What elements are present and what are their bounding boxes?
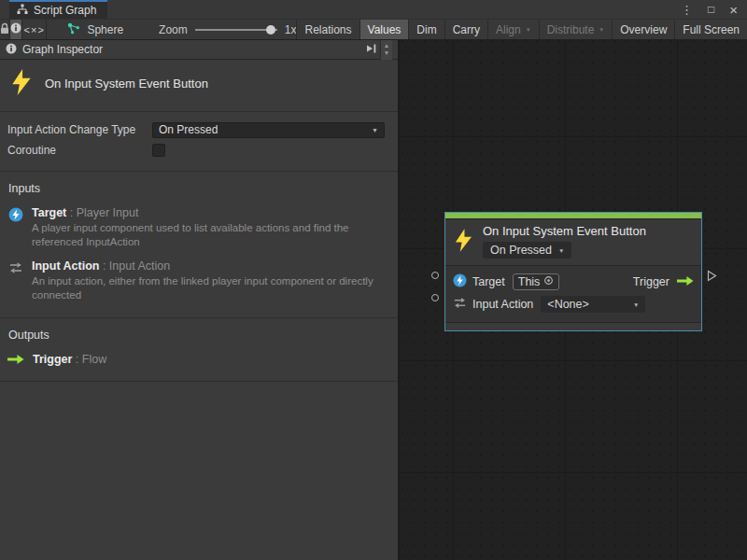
change-type-dropdown[interactable]: On Pressed ▼ bbox=[152, 122, 385, 138]
field-row: Coroutine bbox=[7, 141, 390, 160]
inspector-toggle-button[interactable] bbox=[10, 20, 22, 39]
field-label: Coroutine bbox=[7, 144, 152, 157]
target-port-label: Target bbox=[472, 275, 505, 288]
align-button[interactable]: Align ▼ bbox=[487, 20, 539, 39]
chevron-down-icon: ▼ bbox=[599, 27, 604, 33]
input-action-icon bbox=[7, 259, 23, 275]
graph-breadcrumb[interactable]: Sphere bbox=[47, 20, 133, 39]
port-name: Target bbox=[32, 206, 66, 219]
inputs-section: Inputs Target : Player Input A player in… bbox=[0, 172, 398, 318]
lock-button[interactable] bbox=[0, 20, 10, 39]
field-row: Input Action Change Type On Pressed ▼ bbox=[7, 120, 390, 139]
port-row-target: Target : Player Input A player input com… bbox=[7, 206, 390, 248]
zoom-slider-track[interactable] bbox=[195, 29, 277, 31]
flow-arrow-icon bbox=[677, 275, 694, 289]
window-menu-icon[interactable]: ⋮ bbox=[681, 4, 693, 16]
node-header[interactable]: On Input System Event Button On Pressed … bbox=[445, 219, 701, 265]
toolbar: <×> Sphere Zoom 1x Relations Val bbox=[0, 19, 747, 40]
event-node[interactable]: On Input System Event Button On Pressed … bbox=[444, 212, 702, 331]
inspector-header: Graph Inspector ▲ ▼ bbox=[0, 40, 398, 60]
graph-hierarchy-icon bbox=[17, 4, 28, 18]
info-icon bbox=[10, 22, 21, 36]
coroutine-checkbox[interactable] bbox=[152, 144, 165, 157]
node-footer bbox=[445, 322, 701, 330]
variables-button[interactable]: <×> bbox=[22, 20, 47, 39]
player-input-icon bbox=[453, 273, 467, 290]
node-row-input-action: Input Action <None> ▼ bbox=[453, 293, 694, 315]
fullscreen-button[interactable]: Full Screen bbox=[674, 20, 747, 39]
flow-arrow-icon bbox=[7, 353, 24, 365]
relations-button[interactable]: Relations bbox=[296, 20, 359, 39]
window-controls: ⋮ □ × bbox=[681, 0, 747, 19]
dock-panel-icon[interactable] bbox=[365, 43, 377, 57]
titlebar: Script Graph ⋮ □ × bbox=[0, 0, 747, 19]
node-title: On Input System Event Button bbox=[483, 224, 646, 238]
node-row-target: Target This Trigger bbox=[453, 271, 694, 293]
port-name: Trigger bbox=[33, 353, 72, 366]
lock-icon bbox=[0, 22, 9, 37]
outputs-header: Outputs bbox=[8, 329, 390, 342]
distribute-button[interactable]: Distribute ▼ bbox=[539, 20, 613, 39]
input-action-port-label: Input Action bbox=[472, 298, 533, 311]
chevron-down-icon: ▼ bbox=[633, 301, 639, 308]
trigger-output-port[interactable] bbox=[707, 270, 717, 285]
inspected-node-header: On Input System Event Button bbox=[0, 60, 398, 112]
dim-button[interactable]: Dim bbox=[408, 20, 444, 39]
chevron-down-icon: ▼ bbox=[372, 127, 378, 133]
zoom-label: Zoom bbox=[159, 23, 188, 36]
node-color-bar bbox=[445, 213, 701, 219]
target-value-field[interactable]: This bbox=[513, 273, 560, 290]
chevron-down-icon: ▼ bbox=[558, 247, 564, 254]
node-body: Target This Trigger bbox=[445, 265, 701, 322]
input-action-dropdown[interactable]: <None> ▼ bbox=[541, 296, 645, 313]
port-type: Input Action bbox=[109, 259, 170, 273]
graph-inspector-panel: Graph Inspector ▲ ▼ bbox=[0, 40, 400, 560]
zoom-slider[interactable] bbox=[195, 25, 277, 35]
carry-button[interactable]: Carry bbox=[444, 20, 487, 39]
scroll-up-icon[interactable]: ▲ bbox=[384, 42, 389, 49]
scroll-down-icon[interactable]: ▼ bbox=[384, 49, 389, 57]
event-mode-dropdown[interactable]: On Pressed ▼ bbox=[483, 242, 571, 259]
values-button[interactable]: Values bbox=[359, 20, 409, 39]
target-input-port[interactable] bbox=[431, 272, 439, 279]
zoom-value: 1x bbox=[285, 23, 297, 36]
object-picker-icon[interactable] bbox=[543, 275, 554, 288]
script-graph-window: Script Graph ⋮ □ × bbox=[0, 0, 747, 560]
field-label: Input Action Change Type bbox=[7, 123, 152, 136]
port-row-input-action: Input Action : Input Action An input act… bbox=[7, 259, 390, 301]
input-action-input-port[interactable] bbox=[431, 294, 439, 301]
port-type: Flow bbox=[82, 353, 106, 366]
inspector-scrollbar[interactable]: ▲ ▼ bbox=[380, 40, 392, 60]
input-action-icon bbox=[453, 296, 467, 313]
port-name: Input Action bbox=[32, 259, 99, 273]
info-icon bbox=[6, 43, 17, 57]
outputs-section: Outputs Trigger : Flow bbox=[0, 318, 398, 382]
toolbar-toggles: Relations Values Dim Carry Align ▼ Distr… bbox=[296, 20, 747, 39]
inspected-node-title: On Input System Event Button bbox=[45, 77, 208, 91]
chevron-down-icon: ▼ bbox=[526, 27, 531, 33]
graph-canvas[interactable]: On Input System Event Button On Pressed … bbox=[400, 40, 747, 560]
overview-button[interactable]: Overview bbox=[612, 20, 674, 39]
graph-name: Sphere bbox=[87, 23, 123, 36]
inspector-empty-area bbox=[0, 382, 398, 560]
close-icon[interactable]: × bbox=[729, 3, 738, 17]
node-settings: Input Action Change Type On Pressed ▼ Co… bbox=[0, 112, 398, 172]
zoom-control: Zoom 1x bbox=[133, 20, 296, 39]
port-description: A player input component used to list av… bbox=[32, 221, 379, 248]
trigger-port-label: Trigger bbox=[633, 275, 669, 288]
port-type: Player Input bbox=[77, 206, 139, 219]
graph-node-icon bbox=[67, 22, 80, 37]
port-row-trigger: Trigger : Flow bbox=[7, 353, 390, 366]
tab-label: Script Graph bbox=[34, 4, 96, 17]
tab-script-graph[interactable]: Script Graph bbox=[9, 0, 107, 19]
zoom-slider-knob[interactable] bbox=[266, 25, 275, 35]
main-area: Graph Inspector ▲ ▼ bbox=[0, 40, 747, 560]
inspector-title: Graph Inspector bbox=[22, 43, 103, 56]
maximize-icon[interactable]: □ bbox=[708, 4, 714, 15]
variables-icon: <×> bbox=[24, 24, 45, 35]
lightning-bolt-icon bbox=[11, 69, 32, 98]
inputs-header: Inputs bbox=[8, 182, 390, 195]
player-input-icon bbox=[7, 206, 23, 222]
port-description: An input action, either from the linked … bbox=[32, 274, 379, 301]
lightning-bolt-icon bbox=[455, 229, 472, 255]
